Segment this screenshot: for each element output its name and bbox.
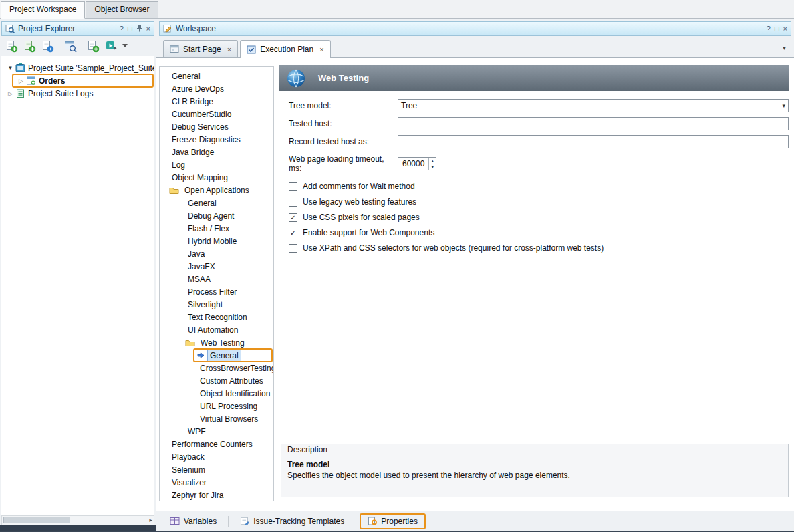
expand-icon[interactable]: ▷ [16, 78, 26, 84]
settings-nav-item-url-processing[interactable]: URL Processing [160, 400, 273, 412]
settings-nav-item-process-filter[interactable]: Process Filter [160, 285, 273, 298]
settings-nav-item-custom-attributes[interactable]: Custom Attributes [160, 374, 273, 387]
settings-nav-item-clr-bridge[interactable]: CLR Bridge [160, 95, 273, 108]
settings-nav-label: Visualizer [169, 477, 209, 489]
object-browser-icon[interactable] [62, 38, 79, 55]
close-icon[interactable]: × [783, 25, 787, 33]
add-item-icon[interactable] [85, 38, 102, 55]
settings-nav-item-general[interactable]: General [160, 196, 273, 209]
horizontal-scrollbar[interactable]: ▸ [1, 515, 154, 525]
settings-nav-item-crossbrowsertesting[interactable]: CrossBrowserTesting [160, 362, 273, 374]
tree-item-orders[interactable]: ▷Orders [1, 74, 154, 87]
settings-nav-item-open-applications[interactable]: Open Applications [160, 184, 273, 196]
tab-close-icon[interactable]: × [319, 45, 323, 53]
pin-icon[interactable] [136, 25, 142, 33]
settings-nav-item-cucumberstudio[interactable]: CucumberStudio [160, 108, 273, 120]
float-window-icon[interactable]: □ [128, 25, 132, 33]
settings-nav-item-hybrid-mobile[interactable]: Hybrid Mobile [160, 235, 273, 247]
settings-page-title: Web Testing [318, 73, 369, 83]
field-record-tested-host-as-input[interactable] [398, 135, 789, 148]
field-tree-model-select[interactable]: Tree▾ [398, 99, 789, 112]
logs-icon [15, 88, 25, 98]
settings-nav-label: Freeze Diagnostics [169, 134, 243, 146]
help-icon[interactable]: ? [767, 25, 771, 33]
settings-nav-label: Process Filter [185, 286, 239, 298]
tab-execution-plan[interactable]: Execution Plan× [240, 40, 331, 58]
bottom-tab-variables[interactable]: Variables [162, 513, 225, 529]
close-icon[interactable]: × [146, 25, 150, 33]
tree-item-project-suite-logs[interactable]: ▷Project Suite Logs [1, 87, 154, 100]
settings-nav-item-virtual-browsers[interactable]: Virtual Browsers [160, 412, 273, 425]
settings-nav-label: General [207, 350, 241, 362]
tree-item-project-suite-sample-project-suite-1-p[interactable]: ▼Project Suite 'Sample_Project_Suite' (1… [1, 61, 154, 74]
tab-close-icon[interactable]: × [227, 45, 231, 53]
scrollbar-thumb[interactable] [3, 517, 70, 523]
workspace-tab-bar: Project WorkspaceObject Browser [0, 0, 794, 19]
checkbox-use-legacy-web-testing-features[interactable] [289, 198, 297, 207]
field-web-page-loading-timeout-ms-spinner[interactable]: 60000▴▾ [398, 157, 436, 170]
settings-nav-item-visualizer[interactable]: Visualizer [160, 476, 273, 489]
tree-item-label: Project Suite 'Sample_Project_Suite' (1 … [28, 63, 154, 73]
settings-nav-label: Web Testing [198, 337, 247, 349]
add-project-suite-icon[interactable] [3, 38, 20, 55]
project-explorer-window-controls: ?□× [120, 25, 150, 33]
settings-nav-item-performance-counters[interactable]: Performance Counters [160, 438, 273, 450]
run-project-suite-icon[interactable] [103, 38, 120, 55]
settings-nav-item-web-testing[interactable]: Web Testing [160, 336, 273, 349]
settings-nav-item-zephyr-for-jira[interactable]: Zephyr for Jira [160, 489, 273, 501]
settings-nav-item-selenium[interactable]: Selenium [160, 463, 273, 476]
checkbox-add-comments-for-wait-method[interactable] [289, 182, 297, 191]
issue-tracking-icon [240, 517, 249, 525]
tab-start-page[interactable]: Start Page× [163, 40, 238, 57]
toolbar-more-icon[interactable] [121, 38, 129, 55]
settings-nav-item-playback[interactable]: Playback [160, 450, 273, 463]
settings-nav-label: URL Processing [197, 400, 260, 412]
workspace-tab-object-browser[interactable]: Object Browser [86, 1, 158, 18]
settings-nav-label: Debug Agent [185, 210, 237, 222]
settings-nav-item-freeze-diagnostics[interactable]: Freeze Diagnostics [160, 133, 273, 146]
settings-nav-item-general[interactable]: General [160, 349, 273, 362]
bottom-tab-issue-tracking-templates[interactable]: Issue-Tracking Templates [232, 513, 352, 529]
collapse-icon[interactable]: ▼ [5, 65, 15, 71]
description-header: Description [281, 444, 788, 456]
settings-nav-item-msaa[interactable]: MSAA [160, 273, 273, 285]
settings-nav-item-java[interactable]: Java [160, 247, 273, 260]
add-project-icon[interactable] [21, 38, 38, 55]
settings-nav-item-silverlight[interactable]: Silverlight [160, 298, 273, 311]
settings-nav-label: Log [169, 159, 188, 171]
tab-list-dropdown-icon[interactable]: ▾ [783, 44, 786, 51]
workspace-window-controls: ?□× [767, 25, 787, 33]
workspace-tab-project-workspace[interactable]: Project Workspace [1, 1, 85, 19]
settings-nav-item-debug-agent[interactable]: Debug Agent [160, 209, 273, 222]
expand-icon[interactable]: ▷ [5, 90, 15, 97]
settings-nav-item-java-bridge[interactable]: Java Bridge [160, 146, 273, 158]
settings-nav-label: MSAA [185, 273, 213, 285]
bottom-tab-separator [356, 516, 356, 527]
checkbox-label: Add comments for Wait method [303, 182, 415, 191]
settings-nav-item-flash-flex[interactable]: Flash / Flex [160, 222, 273, 235]
spinner-up-icon[interactable]: ▴ [429, 158, 436, 164]
settings-nav-item-text-recognition[interactable]: Text Recognition [160, 311, 273, 323]
settings-nav-item-log[interactable]: Log [160, 158, 273, 171]
export-project-icon[interactable] [39, 38, 56, 55]
checkbox-use-css-pixels-for-scaled-pages[interactable]: ✓ [289, 213, 297, 222]
settings-nav-item-javafx[interactable]: JavaFX [160, 260, 273, 273]
settings-nav-item-general[interactable]: General [160, 70, 273, 82]
spinner-down-icon[interactable]: ▾ [429, 164, 436, 170]
settings-nav-item-debug-services[interactable]: Debug Services [160, 120, 273, 133]
settings-nav-item-azure-devops[interactable]: Azure DevOps [160, 82, 273, 95]
bottom-tab-properties[interactable]: Properties [360, 513, 426, 529]
settings-nav-item-ui-automation[interactable]: UI Automation [160, 323, 273, 336]
check-row-use-xpath-and-css-selectors-for-web-obje: Use XPath and CSS selectors for web obje… [289, 243, 789, 253]
checkbox-use-xpath-and-css-selectors-for-web-obje[interactable] [289, 244, 297, 253]
settings-nav-item-wpf[interactable]: WPF [160, 425, 273, 438]
scrollbar-right-arrow-icon[interactable]: ▸ [149, 516, 152, 525]
settings-nav-item-object-identification[interactable]: Object Identification [160, 387, 273, 400]
field-tested-host-input[interactable] [398, 117, 789, 130]
settings-nav-item-object-mapping[interactable]: Object Mapping [160, 171, 273, 184]
help-icon[interactable]: ? [120, 25, 124, 33]
checkbox-enable-support-for-web-components[interactable]: ✓ [289, 229, 297, 237]
workspace-icon [163, 24, 172, 33]
float-window-icon[interactable]: □ [775, 25, 779, 33]
dropdown-caret-icon[interactable]: ▾ [778, 102, 785, 109]
